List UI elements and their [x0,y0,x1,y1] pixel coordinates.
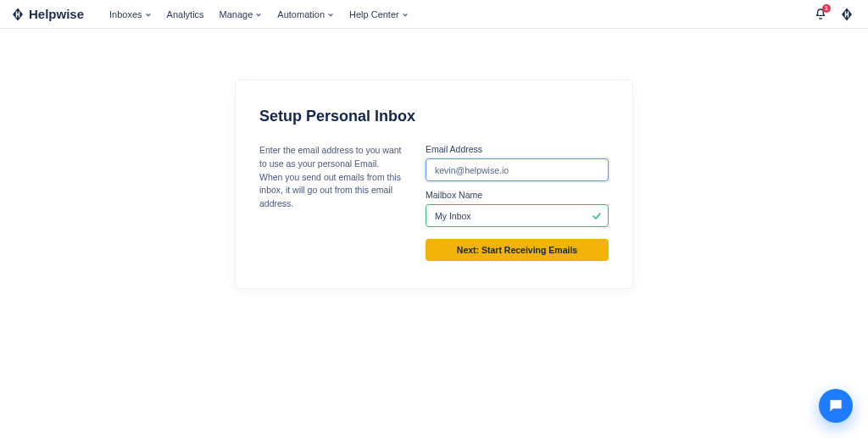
card-body: Enter the email address to you want to u… [259,144,609,261]
nav-analytics-label: Analytics [167,9,204,19]
chevron-down-icon [402,11,409,18]
nav-inboxes-label: Inboxes [109,9,142,19]
mailbox-name-input[interactable] [426,204,609,227]
email-label: Email Address [426,144,609,154]
chevron-down-icon [327,11,334,18]
card-title: Setup Personal Inbox [259,108,609,125]
nav-analytics[interactable]: Analytics [167,9,204,19]
nav-right: 1 [814,7,854,22]
nav-manage-label: Manage [220,9,253,19]
notification-badge: 1 [822,4,831,13]
email-input[interactable] [426,158,609,181]
next-button[interactable]: Next: Start Receiving Emails [426,239,609,261]
helpwise-logo-icon [10,7,25,22]
helpwise-logo-icon [839,7,854,22]
brand-logo[interactable]: Helpwise [10,7,84,22]
check-icon [592,211,602,221]
setup-card: Setup Personal Inbox Enter the email add… [235,80,633,289]
nav-automation-label: Automation [277,9,325,19]
brand-name: Helpwise [29,7,84,21]
nav-items: Inboxes Analytics Manage Automation Help… [109,9,409,19]
card-form: Email Address Mailbox Name Next: Start R… [426,144,609,261]
nav-help-center-label: Help Center [349,9,399,19]
mailbox-name-label: Mailbox Name [426,190,609,200]
nav-help-center[interactable]: Help Center [349,9,409,19]
nav-automation[interactable]: Automation [277,9,334,19]
chevron-down-icon [145,11,152,18]
account-menu[interactable] [839,7,854,22]
card-description: Enter the email address to you want to u… [259,144,403,261]
main-stage: Setup Personal Inbox Enter the email add… [0,29,868,289]
chat-widget[interactable] [819,389,853,423]
nav-manage[interactable]: Manage [220,9,263,19]
chevron-down-icon [255,11,262,18]
nav-inboxes[interactable]: Inboxes [109,9,152,19]
notifications-button[interactable]: 1 [814,8,827,21]
mailbox-name-wrap [426,204,609,227]
chat-icon [827,397,844,414]
top-navbar: Helpwise Inboxes Analytics Manage Automa… [0,0,868,29]
